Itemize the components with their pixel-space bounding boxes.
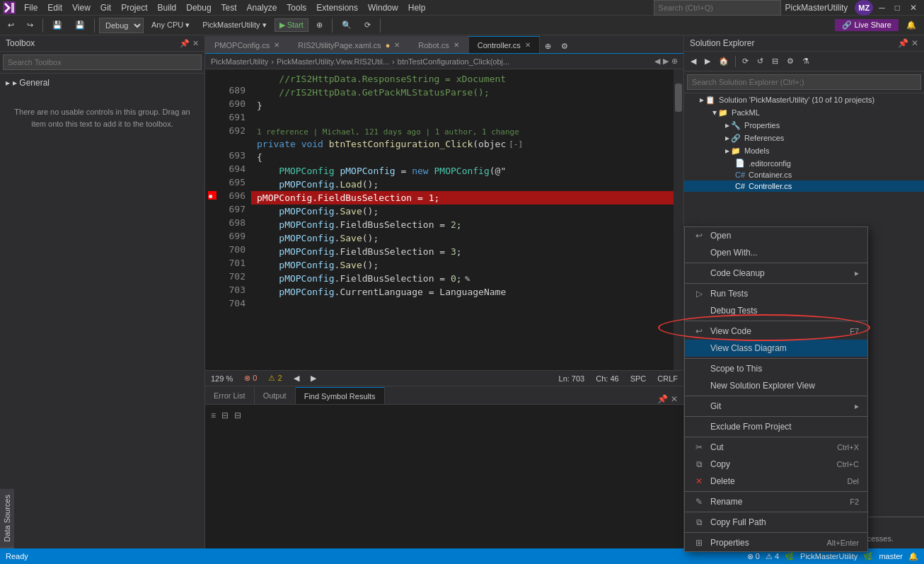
notifications-btn[interactable]: 🔔 (901, 18, 921, 32)
breadcrumb-method[interactable]: btnTestConfiguration_Click(obj... (398, 57, 509, 66)
tree-properties[interactable]: ▸ 🔧 Properties (684, 119, 924, 132)
menu-debug[interactable]: Debug (182, 1, 215, 14)
menu-test[interactable]: Test (217, 1, 241, 14)
se-search-input[interactable] (687, 74, 921, 90)
tree-container[interactable]: C# Container.cs (684, 169, 924, 180)
close-btn[interactable]: ✕ (906, 1, 921, 14)
toolbox-search-input[interactable] (3, 54, 202, 70)
tab-controller[interactable]: Controller.cs ✕ (468, 36, 540, 53)
tab-settings-btn[interactable]: ⚙ (556, 40, 573, 53)
minimize-btn[interactable]: ─ (874, 1, 889, 14)
menu-edit[interactable]: Edit (43, 1, 67, 14)
tree-solution[interactable]: ▸ 📋 Solution 'PickMasterUtility' (10 of … (684, 93, 924, 106)
tree-references[interactable]: ▸ 🔗 References (684, 132, 924, 144)
se-forward-btn[interactable]: ▶ (701, 54, 714, 68)
tab-output[interactable]: Output (255, 387, 296, 404)
debug-mode-dropdown[interactable]: Debug (99, 18, 144, 33)
redo-btn[interactable]: ↪ (22, 18, 38, 32)
global-search-input[interactable] (654, 0, 781, 16)
ctx-run-tests[interactable]: ▷ Run Tests (685, 285, 867, 302)
ctx-scope-to-this[interactable]: Scope to This (685, 360, 867, 377)
ctx-cut[interactable]: ✂ Cut Ctrl+X (685, 439, 867, 456)
tree-controller[interactable]: C# Controller.cs (684, 180, 924, 192)
ctx-view-code[interactable]: ↩ View Code F7 (685, 323, 867, 340)
tree-editorconfig[interactable]: 📄 .editorconfig (684, 157, 924, 169)
nav-prev-icon[interactable]: ◀ (294, 374, 299, 383)
menu-git[interactable]: Git (96, 1, 115, 14)
nav-next-icon[interactable]: ▶ (311, 374, 316, 383)
ctx-rename[interactable]: ✎ Rename F2 (685, 493, 867, 510)
breadcrumb-project[interactable]: PickMasterUtility (211, 57, 268, 66)
user-avatar[interactable]: MZ (855, 0, 873, 16)
refresh-btn[interactable]: ⟳ (359, 18, 376, 32)
breakpoint-marker[interactable]: ● (208, 191, 216, 200)
ctx-open-with[interactable]: Open With... (685, 244, 867, 261)
se-settings-btn[interactable]: ⚙ (783, 54, 797, 68)
toolbox-group-header[interactable]: ▸ ▸ General (6, 76, 199, 89)
warnings-count[interactable]: ⚠ 2 (268, 374, 282, 383)
se-collapse-btn[interactable]: ⊟ (768, 54, 782, 68)
panel-close-icon[interactable]: ✕ (671, 394, 678, 404)
tab-overflow-btn[interactable]: ⊕ (540, 40, 556, 53)
ctx-copy[interactable]: ⧉ Copy Ctrl+C (685, 456, 867, 473)
breadcrumb-add-icon[interactable]: ⊕ (671, 57, 678, 66)
toolbox-close-icon[interactable]: ✕ (192, 39, 199, 48)
start-btn[interactable]: ▶ Start (275, 18, 308, 32)
ctx-properties[interactable]: ⊞ Properties Alt+Enter (685, 534, 867, 551)
ctx-new-se-view[interactable]: New Solution Explorer View (685, 377, 867, 394)
tab-close-icon[interactable]: ✕ (525, 41, 531, 49)
code-editor[interactable]: ● 689 690 691 692 693 694 695 696 697 69… (205, 69, 683, 370)
tab-ris2utilitypage[interactable]: RIS2UtilityPage.xaml.cs ● ✕ (289, 36, 409, 53)
platform-dropdown[interactable]: Any CPU ▾ (146, 18, 195, 32)
se-back-btn[interactable]: ◀ (687, 54, 700, 68)
attach-btn[interactable]: ⊕ (311, 18, 328, 32)
se-sync-btn[interactable]: ⟳ (739, 54, 752, 68)
browse-btn[interactable]: 🔍 (337, 18, 357, 32)
menu-project[interactable]: Project (117, 1, 151, 14)
menu-build[interactable]: Build (154, 1, 181, 14)
tab-close-icon[interactable]: ✕ (274, 41, 279, 49)
breadcrumb-namespace[interactable]: PickMasterUtility.View.RIS2Util... (277, 57, 389, 66)
ctx-exclude[interactable]: Exclude From Project (685, 418, 867, 435)
collapse-icon[interactable]: [-] (509, 137, 523, 151)
tree-packml[interactable]: ▾ 📁 PackML (684, 106, 924, 119)
tab-robot[interactable]: Robot.cs ✕ (409, 36, 468, 53)
code-content[interactable]: //rIS2HttpData.ResponseString = xDocumen… (251, 69, 674, 370)
tab-close-icon[interactable]: ✕ (394, 41, 400, 49)
errors-count[interactable]: ⊗ 0 (244, 374, 257, 383)
menu-file[interactable]: File (20, 1, 42, 14)
maximize-btn[interactable]: □ (891, 1, 904, 14)
se-refresh-btn[interactable]: ↺ (753, 54, 767, 68)
menu-window[interactable]: Window (364, 1, 403, 14)
ctx-copy-full-path[interactable]: ⧉ Copy Full Path (685, 514, 867, 531)
live-share-btn[interactable]: 🔗 Live Share (835, 19, 899, 31)
menu-extensions[interactable]: Extensions (312, 1, 362, 14)
tab-pmopconfig[interactable]: PMOPConfig.cs ✕ (205, 36, 289, 53)
se-filter-btn[interactable]: ⚗ (799, 54, 813, 68)
tab-close-icon[interactable]: ✕ (454, 41, 459, 49)
nav-left-icon[interactable]: ◀ (654, 57, 660, 66)
vertical-scrollbar[interactable] (674, 69, 683, 370)
menu-analyze[interactable]: Analyze (243, 1, 282, 14)
se-close-icon[interactable]: ✕ (911, 38, 918, 48)
ctx-code-cleanup[interactable]: Code Cleanup ▸ (685, 265, 867, 282)
tab-find-symbol-results[interactable]: Find Symbol Results (296, 387, 385, 404)
zoom-level[interactable]: 129 % (211, 374, 233, 383)
ctx-delete[interactable]: ✕ Delete Del (685, 473, 867, 490)
nav-right-icon[interactable]: ▶ (663, 57, 669, 66)
se-home-btn[interactable]: 🏠 (715, 54, 732, 68)
project-dropdown[interactable]: PickMasterUtility ▾ (197, 18, 271, 32)
tree-models[interactable]: ▸ 📁 Models (684, 144, 924, 157)
ctx-git[interactable]: Git ▸ (685, 398, 867, 415)
panel-pin-icon[interactable]: 📌 (657, 394, 668, 404)
undo-btn[interactable]: ↩ (3, 18, 19, 32)
menu-tools[interactable]: Tools (282, 1, 311, 14)
se-pin-icon[interactable]: 📌 (898, 38, 908, 48)
menu-view[interactable]: View (68, 1, 95, 14)
tab-error-list[interactable]: Error List (205, 387, 255, 404)
menu-help[interactable]: Help (404, 1, 430, 14)
ctx-debug-tests[interactable]: Debug Tests (685, 302, 867, 319)
save-btn[interactable]: 💾 (47, 18, 67, 32)
data-sources-tab[interactable]: Data Sources (0, 489, 14, 548)
toolbox-pin-icon[interactable]: 📌 (180, 39, 190, 48)
